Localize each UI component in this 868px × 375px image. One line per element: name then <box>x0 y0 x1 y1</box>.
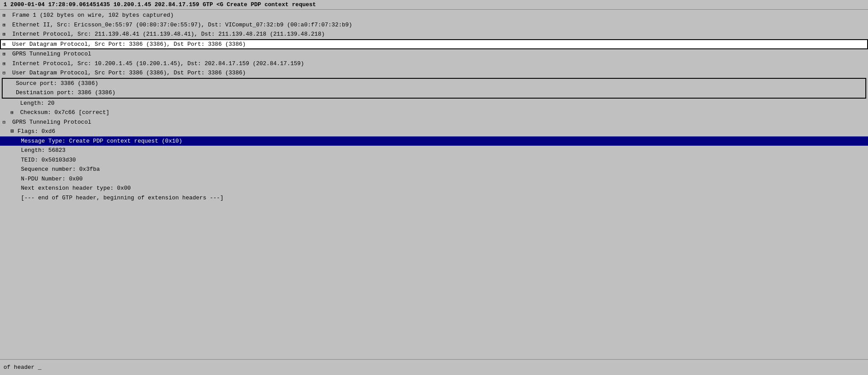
gtp-flags-icon: ⊞ <box>11 128 14 135</box>
of-label: of <box>4 364 11 371</box>
gprs1-text: GPRS Tunneling Protocol <box>12 51 91 57</box>
gtp-section: ⊞ Flags: 0xd6 Message Type: Create PDP c… <box>0 127 868 202</box>
gtp-teid-row[interactable]: TEID: 0x50103d30 <box>0 155 868 165</box>
ip2-expand-icon: ⊞ <box>3 60 9 68</box>
gtp-length-icon <box>11 147 18 154</box>
top-bar-content: 1 2000-01-04 17:28:09.061451435 10.200.1… <box>4 1 316 8</box>
udp2-src-port-text: Source port: 3386 (3386) <box>16 80 98 87</box>
checksum-row[interactable]: ⊞ Checksum: 0x7c66 [correct] <box>0 108 868 118</box>
udp1-expand-icon: ⊞ <box>3 41 9 48</box>
udp2-expand-icon: ⊟ <box>3 70 9 77</box>
gtp-length-row[interactable]: Length: 56823 <box>0 146 868 155</box>
gtp-length-text: Length: 56823 <box>21 147 65 154</box>
ethernet-expand-icon: ⊞ <box>3 22 9 29</box>
ethernet-text: Ethernet II, Src: Ericsson_0e:55:97 (00:… <box>12 22 352 28</box>
gtp-nextext-icon <box>11 185 18 191</box>
gtp-npdu-row[interactable]: N-PDU Number: 0x00 <box>0 174 868 184</box>
gtp-nextext-row[interactable]: Next extension header type: 0x00 <box>0 184 868 193</box>
packet-view: 1 2000-01-04 17:28:09.061451435 10.200.1… <box>0 0 868 203</box>
gtp-header-text: GPRS Tunneling Protocol <box>12 119 91 125</box>
ip1-row[interactable]: ⊞ Internet Protocol, Src: 211.139.48.41 … <box>0 29 868 39</box>
udp2-src-port: Source port: 3386 (3386) <box>3 79 865 88</box>
udp2-text: User Datagram Protocol, Src Port: 3386 (… <box>12 70 246 76</box>
gtp-teid-text: TEID: 0x50103d30 <box>21 157 76 163</box>
gtp-msgtype-text: Message Type: Create PDP context request… <box>21 138 182 144</box>
frame-text: Frame 1 (102 bytes on wire, 102 bytes ca… <box>12 12 174 18</box>
ip1-text: Internet Protocol, Src: 211.139.48.41 (2… <box>12 31 325 37</box>
protocol-tree: ⊞ Frame 1 (102 bytes on wire, 102 bytes … <box>0 10 868 203</box>
top-bar: 1 2000-01-04 17:28:09.061451435 10.200.1… <box>0 0 868 10</box>
ip2-text: Internet Protocol, Src: 10.200.1.45 (10.… <box>12 60 304 67</box>
gtp-msgtype-icon <box>11 138 18 144</box>
gtp-flags-text: Flags: 0xd6 <box>18 128 55 135</box>
gtp-seq-icon <box>11 166 18 173</box>
checksum-expand-icon: ⊞ <box>11 109 17 117</box>
gtp-header-expand-icon: ⊟ <box>3 119 9 126</box>
udp2-row[interactable]: ⊟ User Datagram Protocol, Src Port: 3386… <box>0 68 868 78</box>
gtp-npdu-icon <box>11 176 18 182</box>
header-label: header _ <box>14 364 41 371</box>
gtp-endnote-icon <box>11 195 18 201</box>
udp2-dst-port-text: Destination port: 3386 (3386) <box>16 89 115 96</box>
gtp-msgtype-row[interactable]: Message Type: Create PDP context request… <box>0 136 868 146</box>
gprs1-expand-icon: ⊞ <box>3 51 9 58</box>
udp2-dst-port: Destination port: 3386 (3386) <box>3 88 865 98</box>
length-text: Length: 20 <box>20 100 55 107</box>
gtp-teid-icon <box>11 157 18 163</box>
gtp-nextext-text: Next extension header type: 0x00 <box>21 185 131 191</box>
udp1-text: User Datagram Protocol, Src Port: 3386 (… <box>12 41 246 48</box>
gtp-npdu-text: N-PDU Number: 0x00 <box>21 176 82 182</box>
udp2-children: Source port: 3386 (3386) Destination por… <box>2 78 866 99</box>
gtp-seq-row[interactable]: Sequence number: 0x3fba <box>0 165 868 174</box>
gprs1-row[interactable]: ⊞ GPRS Tunneling Protocol <box>0 49 868 59</box>
length-expand-icon <box>11 100 17 107</box>
gtp-header-row[interactable]: ⊟ GPRS Tunneling Protocol <box>0 118 868 127</box>
ip2-row[interactable]: ⊞ Internet Protocol, Src: 10.200.1.45 (1… <box>0 59 868 69</box>
frame-row[interactable]: ⊞ Frame 1 (102 bytes on wire, 102 bytes … <box>0 11 868 20</box>
gtp-seq-text: Sequence number: 0x3fba <box>21 166 99 173</box>
ip1-expand-icon: ⊞ <box>3 31 9 38</box>
length-row[interactable]: Length: 20 <box>0 99 868 108</box>
checksum-text: Checksum: 0x7c66 [correct] <box>20 109 110 116</box>
gtp-endnote-text: [--- end of GTP header, beginning of ext… <box>21 195 223 201</box>
gtp-flags-row[interactable]: ⊞ Flags: 0xd6 <box>0 127 868 136</box>
gtp-endnote-row: [--- end of GTP header, beginning of ext… <box>0 193 868 203</box>
ethernet-row[interactable]: ⊞ Ethernet II, Src: Ericsson_0e:55:97 (0… <box>0 20 868 30</box>
status-bar: of header _ <box>0 359 868 375</box>
frame-expand-icon: ⊞ <box>3 12 9 19</box>
udp1-row[interactable]: ⊞ User Datagram Protocol, Src Port: 3386… <box>0 39 868 50</box>
